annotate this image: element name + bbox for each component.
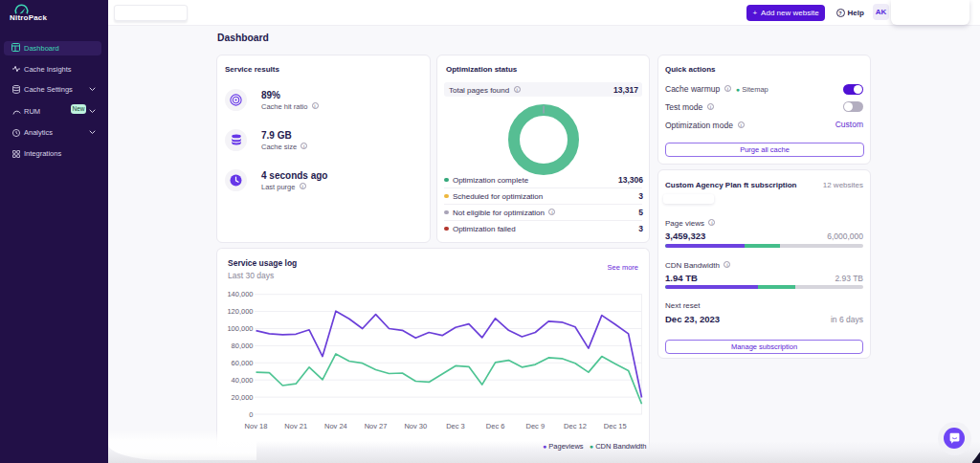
svg-text:Dec 15: Dec 15 [604, 422, 627, 430]
svg-text:20,000: 20,000 [232, 393, 254, 402]
svg-text:60,000: 60,000 [232, 359, 254, 367]
svg-text:120,000: 120,000 [227, 307, 253, 316]
svg-text:Nov 27: Nov 27 [365, 422, 388, 430]
svg-text:Nov 30: Nov 30 [404, 422, 427, 430]
svg-text:Dec 6: Dec 6 [486, 422, 505, 430]
svg-text:Dec 3: Dec 3 [446, 422, 465, 430]
svg-text:80,000: 80,000 [232, 342, 254, 350]
svg-text:Dec 12: Dec 12 [564, 422, 587, 430]
svg-text:100,000: 100,000 [227, 324, 253, 333]
svg-text:140,000: 140,000 [227, 290, 253, 298]
svg-text:40,000: 40,000 [232, 376, 254, 385]
svg-text:Dec 9: Dec 9 [526, 422, 546, 430]
svg-text:0: 0 [249, 410, 253, 419]
svg-text:Nov 18: Nov 18 [245, 422, 268, 430]
svg-text:Nov 21: Nov 21 [284, 422, 307, 430]
svg-text:Nov 24: Nov 24 [324, 422, 347, 430]
